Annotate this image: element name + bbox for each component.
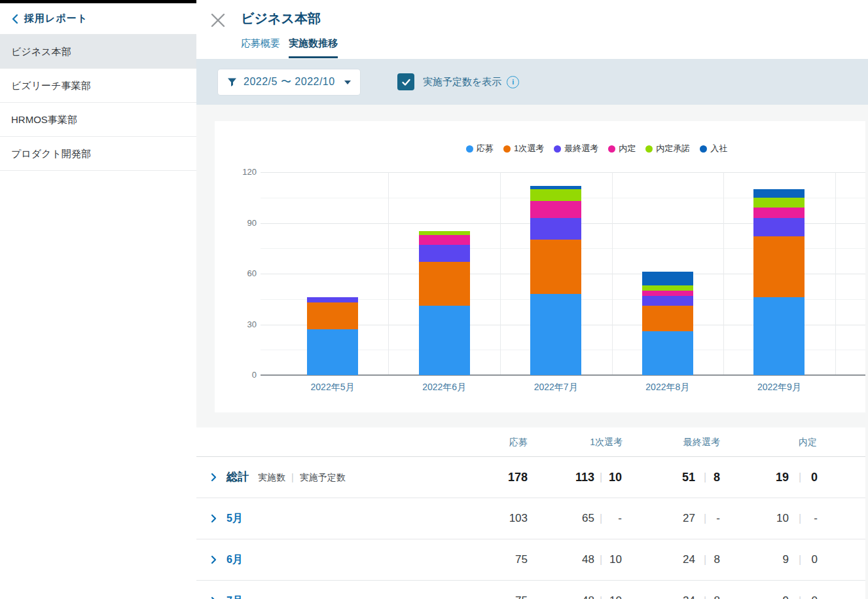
bar-segment — [530, 186, 581, 189]
bar-segment — [419, 235, 470, 245]
table-row: 7月7548|1024|89|0 — [196, 581, 865, 599]
legend-label: 入社 — [710, 143, 727, 154]
check-icon — [401, 77, 411, 87]
cell-planned: 0 — [812, 581, 818, 599]
row-label[interactable]: 総計 — [226, 457, 249, 498]
cell-oubo: 75 — [515, 581, 528, 599]
table-column-header: 1次選考 — [590, 427, 623, 456]
chevron-right-icon[interactable] — [211, 596, 217, 599]
show-planned-label: 実施予定数を表示 — [423, 76, 501, 88]
cell-planned: - — [814, 498, 818, 539]
gridline — [835, 172, 836, 375]
sidebar-item[interactable]: ビジネス本部 — [0, 35, 196, 69]
x-axis-category-label: 2022年10月 — [852, 382, 865, 393]
chevron-right-icon[interactable] — [211, 555, 217, 567]
sidebar: 採用レポート ビジネス本部ビズリーチ事業部HRMOS事業部プロダクト開発部 — [0, 0, 197, 599]
cell-actual: 113 — [575, 457, 594, 498]
bar-segment — [530, 218, 581, 240]
cell-divider: | — [799, 457, 801, 498]
cell-divider: | — [600, 539, 602, 580]
cell-divider: | — [600, 581, 602, 599]
row-label[interactable]: 6月 — [226, 539, 243, 580]
gridline — [723, 172, 724, 375]
chart-legend: 応募1次選考最終選考内定内定承諾入社 — [466, 143, 727, 154]
bar-segment — [419, 245, 470, 262]
cell-divider: | — [704, 457, 706, 498]
legend-label: 最終選考 — [564, 143, 598, 154]
cell-oubo: 178 — [508, 457, 528, 498]
show-planned-checkbox[interactable] — [397, 73, 414, 90]
bar-segment — [753, 218, 805, 236]
sidebar-header[interactable]: 採用レポート — [0, 3, 196, 35]
legend-item: 1次選考 — [503, 143, 544, 154]
bar-segment — [530, 294, 581, 375]
chevron-right-icon[interactable] — [211, 473, 217, 484]
cell-planned: 10 — [609, 581, 622, 599]
cell-planned: - — [716, 498, 720, 539]
legend-item: 内定 — [608, 143, 636, 154]
legend-label: 内定 — [619, 143, 636, 154]
legend-dot-icon — [645, 145, 653, 153]
sidebar-title: 採用レポート — [24, 12, 88, 25]
table-column-header: 応募 — [509, 427, 528, 456]
cell-divider: | — [799, 498, 801, 539]
legend-dot-icon — [608, 145, 615, 153]
legend-label: 1次選考 — [514, 143, 544, 154]
tab-active[interactable]: 実施数推移 — [289, 37, 338, 58]
bar-segment — [530, 240, 581, 294]
page-title: ビジネス本部 — [241, 10, 321, 27]
legend-item: 応募 — [466, 143, 494, 154]
legend-item: 最終選考 — [554, 143, 598, 154]
chevron-left-icon[interactable] — [11, 14, 18, 24]
y-axis-tick-label: 30 — [224, 319, 257, 329]
sidebar-item[interactable]: HRMOS事業部 — [0, 103, 196, 137]
table-header-row: 応募1次選考最終選考内定 — [196, 427, 865, 457]
legend-item: 内定承諾 — [645, 143, 690, 154]
cell-divider: | — [600, 457, 602, 498]
row-label[interactable]: 5月 — [226, 498, 243, 539]
legend-dot-icon — [503, 145, 511, 153]
bar-segment — [419, 262, 470, 306]
results-table: 応募1次選考最終選考内定 総計実施数|実施予定数178113|1051|819|… — [196, 427, 865, 599]
close-icon[interactable] — [210, 12, 226, 28]
bar-segment — [419, 231, 470, 234]
cell-planned: 0 — [812, 539, 818, 580]
table-body: 総計実施数|実施予定数178113|1051|819|05月10365|-27|… — [196, 457, 865, 599]
table-row: 5月10365|-27|-10|- — [196, 498, 865, 539]
filter-bar: 2022/5 〜 2022/10 実施予定数を表示 i — [196, 59, 868, 105]
x-axis-category-label: 2022年6月 — [405, 382, 484, 393]
cell-actual: 51 — [682, 457, 695, 498]
cell-planned: 8 — [714, 457, 720, 498]
gridline — [612, 172, 613, 375]
cell-divider: | — [704, 539, 706, 580]
tab-bar: 応募概要実施数推移 — [241, 37, 338, 58]
cell-actual: 9 — [783, 581, 789, 599]
cell-actual: 65 — [582, 498, 594, 539]
info-icon[interactable]: i — [507, 76, 519, 88]
sidebar-item[interactable]: プロダクト開発部 — [0, 137, 196, 171]
cell-actual: 48 — [582, 581, 594, 599]
chart-card: 応募1次選考最終選考内定内定承諾入社 03060901202022年5月2022… — [215, 121, 865, 412]
bar-segment — [419, 306, 470, 375]
x-axis-category-label: 2022年7月 — [516, 382, 595, 393]
cell-actual: 24 — [683, 581, 695, 599]
sidebar-item[interactable]: ビズリーチ事業部 — [0, 69, 196, 103]
cell-actual: 10 — [776, 498, 789, 539]
cell-divider: | — [799, 581, 801, 599]
tab[interactable]: 応募概要 — [241, 37, 280, 58]
bar-segment — [307, 297, 358, 302]
filter-funnel-icon — [227, 77, 237, 87]
gridline — [261, 172, 865, 173]
cell-divider: | — [799, 539, 801, 580]
bar-segment — [753, 236, 805, 297]
cell-planned: 10 — [609, 457, 622, 498]
chevron-right-icon[interactable] — [211, 514, 217, 526]
table-column-header: 最終選考 — [683, 427, 720, 456]
bar-segment — [307, 329, 358, 375]
date-range-filter[interactable]: 2022/5 〜 2022/10 — [218, 69, 360, 95]
bar-segment — [642, 285, 693, 291]
row-label[interactable]: 7月 — [226, 581, 243, 599]
bar-segment — [642, 291, 693, 296]
bar-segment — [307, 302, 358, 329]
cell-actual: 9 — [783, 539, 789, 580]
